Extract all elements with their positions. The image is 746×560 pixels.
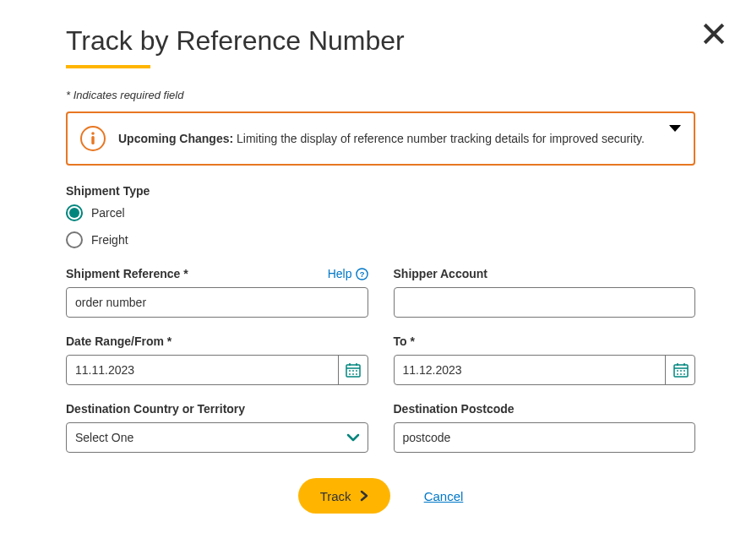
svg-marker-3 [669, 125, 681, 132]
date-from-input[interactable] [66, 355, 368, 385]
close-button[interactable] [700, 20, 727, 47]
shipper-account-label: Shipper Account [394, 267, 696, 280]
help-link[interactable]: Help ? [328, 267, 368, 280]
radio-label-parcel: Parcel [91, 206, 125, 220]
svg-point-21 [680, 370, 682, 372]
date-to-calendar-button[interactable] [665, 355, 695, 385]
svg-point-10 [349, 370, 351, 372]
banner-bold: Upcoming Changes: [118, 132, 233, 145]
title-underline [66, 65, 150, 68]
page-title: Track by Reference Number [66, 25, 695, 57]
svg-point-13 [349, 373, 351, 375]
svg-point-14 [352, 373, 354, 375]
radio-freight[interactable]: Freight [66, 231, 695, 248]
country-select[interactable]: Select One [66, 422, 368, 453]
country-label: Destination Country or Territory [66, 402, 368, 416]
svg-point-12 [356, 370, 357, 372]
required-field-note: * Indicates required field [66, 89, 695, 101]
banner-rest: Limiting the display of reference number… [233, 132, 645, 145]
svg-point-24 [680, 373, 682, 375]
shipment-type-label: Shipment Type [66, 184, 695, 198]
track-button-label: Track [320, 489, 351, 503]
svg-point-11 [352, 370, 354, 372]
date-to-input[interactable] [394, 355, 696, 385]
svg-rect-2 [91, 136, 94, 144]
svg-point-1 [91, 132, 95, 135]
calendar-icon [345, 362, 362, 378]
reference-input[interactable] [66, 287, 368, 318]
date-to-label: To * [394, 334, 696, 348]
shipper-account-input[interactable] [394, 287, 696, 318]
date-from-label: Date Range/From * [66, 334, 368, 348]
radio-indicator-unselected [66, 231, 83, 248]
svg-text:?: ? [359, 270, 364, 279]
country-selected-value: Select One [75, 431, 133, 444]
svg-point-25 [683, 373, 685, 375]
shipment-type-group: Shipment Type Parcel Freight [66, 184, 695, 248]
cancel-link[interactable]: Cancel [424, 489, 464, 503]
track-button[interactable]: Track [298, 478, 390, 514]
postcode-label: Destination Postcode [394, 402, 696, 416]
banner-text: Upcoming Changes: Limiting the display o… [118, 132, 645, 145]
chevron-right-icon [360, 490, 368, 502]
close-icon [702, 22, 726, 46]
reference-label: Shipment Reference * [66, 267, 188, 280]
radio-parcel[interactable]: Parcel [66, 204, 695, 221]
postcode-input[interactable] [394, 422, 696, 453]
svg-point-15 [356, 373, 357, 375]
info-banner[interactable]: Upcoming Changes: Limiting the display o… [66, 111, 695, 166]
actions-row: Track Cancel [66, 478, 695, 514]
help-text: Help [328, 267, 352, 280]
help-icon: ? [356, 268, 368, 280]
radio-indicator-selected [66, 204, 83, 221]
svg-point-22 [683, 370, 685, 372]
calendar-icon [672, 362, 689, 378]
radio-label-freight: Freight [91, 233, 128, 247]
svg-point-23 [677, 373, 678, 375]
chevron-down-icon [668, 123, 682, 133]
svg-point-20 [677, 370, 678, 372]
info-icon [79, 125, 106, 152]
date-from-calendar-button[interactable] [338, 355, 368, 385]
